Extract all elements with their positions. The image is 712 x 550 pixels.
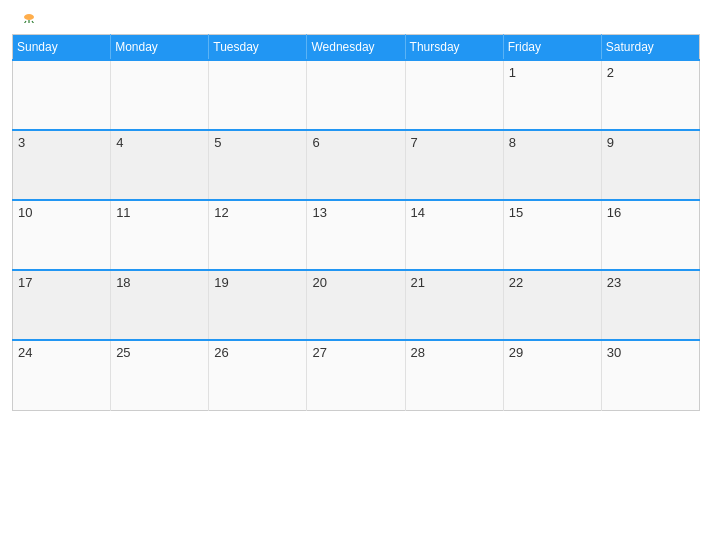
calendar-day-cell: 6 bbox=[307, 130, 405, 200]
calendar-day-cell: 3 bbox=[13, 130, 111, 200]
calendar-week-row: 10111213141516 bbox=[13, 200, 700, 270]
day-number: 25 bbox=[116, 345, 130, 360]
day-number: 20 bbox=[312, 275, 326, 290]
calendar-week-row: 17181920212223 bbox=[13, 270, 700, 340]
calendar-body: 1234567891011121314151617181920212223242… bbox=[13, 60, 700, 410]
calendar-day-cell: 30 bbox=[601, 340, 699, 410]
weekday-row: Sunday Monday Tuesday Wednesday Thursday… bbox=[13, 35, 700, 61]
calendar-day-cell: 14 bbox=[405, 200, 503, 270]
header bbox=[12, 10, 700, 26]
day-number: 13 bbox=[312, 205, 326, 220]
col-friday: Friday bbox=[503, 35, 601, 61]
day-number: 8 bbox=[509, 135, 516, 150]
day-number: 30 bbox=[607, 345, 621, 360]
calendar-day-cell bbox=[209, 60, 307, 130]
calendar-day-cell: 4 bbox=[111, 130, 209, 200]
calendar-day-cell: 13 bbox=[307, 200, 405, 270]
day-number: 10 bbox=[18, 205, 32, 220]
calendar-day-cell: 20 bbox=[307, 270, 405, 340]
day-number: 16 bbox=[607, 205, 621, 220]
calendar-day-cell: 11 bbox=[111, 200, 209, 270]
calendar-day-cell bbox=[111, 60, 209, 130]
day-number: 14 bbox=[411, 205, 425, 220]
calendar-day-cell: 2 bbox=[601, 60, 699, 130]
calendar-day-cell: 19 bbox=[209, 270, 307, 340]
logo bbox=[16, 10, 40, 26]
calendar-day-cell: 9 bbox=[601, 130, 699, 200]
calendar-day-cell: 17 bbox=[13, 270, 111, 340]
day-number: 27 bbox=[312, 345, 326, 360]
day-number: 7 bbox=[411, 135, 418, 150]
day-number: 9 bbox=[607, 135, 614, 150]
day-number: 23 bbox=[607, 275, 621, 290]
calendar-day-cell: 25 bbox=[111, 340, 209, 410]
calendar-day-cell: 15 bbox=[503, 200, 601, 270]
day-number: 26 bbox=[214, 345, 228, 360]
calendar-day-cell: 5 bbox=[209, 130, 307, 200]
calendar-day-cell: 22 bbox=[503, 270, 601, 340]
col-wednesday: Wednesday bbox=[307, 35, 405, 61]
calendar-day-cell: 16 bbox=[601, 200, 699, 270]
calendar-day-cell: 29 bbox=[503, 340, 601, 410]
day-number: 21 bbox=[411, 275, 425, 290]
calendar-day-cell: 23 bbox=[601, 270, 699, 340]
svg-point-1 bbox=[24, 14, 34, 20]
col-monday: Monday bbox=[111, 35, 209, 61]
day-number: 4 bbox=[116, 135, 123, 150]
day-number: 29 bbox=[509, 345, 523, 360]
day-number: 3 bbox=[18, 135, 25, 150]
calendar-week-row: 12 bbox=[13, 60, 700, 130]
calendar-day-cell bbox=[307, 60, 405, 130]
svg-rect-5 bbox=[18, 23, 40, 26]
day-number: 1 bbox=[509, 65, 516, 80]
day-number: 22 bbox=[509, 275, 523, 290]
calendar-day-cell: 1 bbox=[503, 60, 601, 130]
calendar-day-cell: 26 bbox=[209, 340, 307, 410]
day-number: 5 bbox=[214, 135, 221, 150]
calendar-day-cell: 8 bbox=[503, 130, 601, 200]
day-number: 19 bbox=[214, 275, 228, 290]
calendar-header: Sunday Monday Tuesday Wednesday Thursday… bbox=[13, 35, 700, 61]
day-number: 17 bbox=[18, 275, 32, 290]
calendar-day-cell: 18 bbox=[111, 270, 209, 340]
day-number: 28 bbox=[411, 345, 425, 360]
calendar-table: Sunday Monday Tuesday Wednesday Thursday… bbox=[12, 34, 700, 411]
day-number: 18 bbox=[116, 275, 130, 290]
calendar-day-cell bbox=[13, 60, 111, 130]
calendar-day-cell: 21 bbox=[405, 270, 503, 340]
col-saturday: Saturday bbox=[601, 35, 699, 61]
calendar-day-cell: 7 bbox=[405, 130, 503, 200]
calendar-day-cell bbox=[405, 60, 503, 130]
calendar-day-cell: 28 bbox=[405, 340, 503, 410]
day-number: 15 bbox=[509, 205, 523, 220]
calendar-day-cell: 24 bbox=[13, 340, 111, 410]
day-number: 24 bbox=[18, 345, 32, 360]
calendar-page: Sunday Monday Tuesday Wednesday Thursday… bbox=[0, 0, 712, 550]
day-number: 12 bbox=[214, 205, 228, 220]
calendar-day-cell: 10 bbox=[13, 200, 111, 270]
day-number: 2 bbox=[607, 65, 614, 80]
calendar-day-cell: 12 bbox=[209, 200, 307, 270]
col-thursday: Thursday bbox=[405, 35, 503, 61]
day-number: 11 bbox=[116, 205, 130, 220]
day-number: 6 bbox=[312, 135, 319, 150]
col-tuesday: Tuesday bbox=[209, 35, 307, 61]
calendar-day-cell: 27 bbox=[307, 340, 405, 410]
calendar-week-row: 3456789 bbox=[13, 130, 700, 200]
logo-flag-icon bbox=[18, 10, 40, 26]
calendar-week-row: 24252627282930 bbox=[13, 340, 700, 410]
col-sunday: Sunday bbox=[13, 35, 111, 61]
